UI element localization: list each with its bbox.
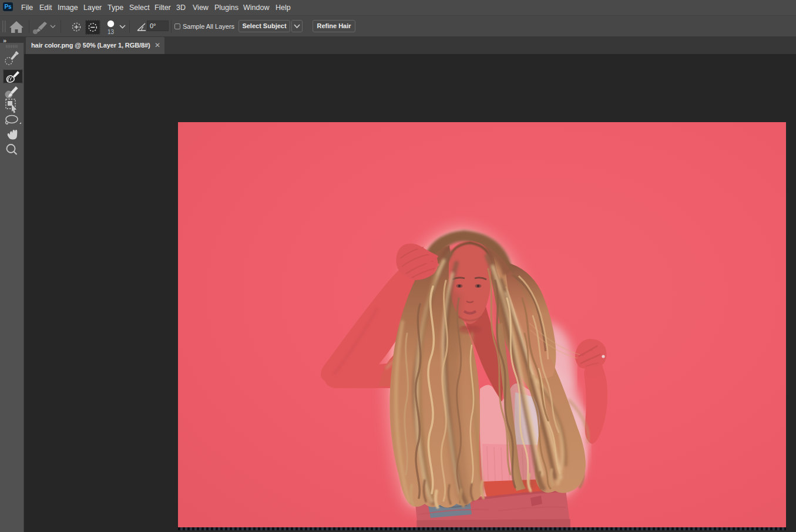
svg-text:13: 13 [108,29,115,35]
